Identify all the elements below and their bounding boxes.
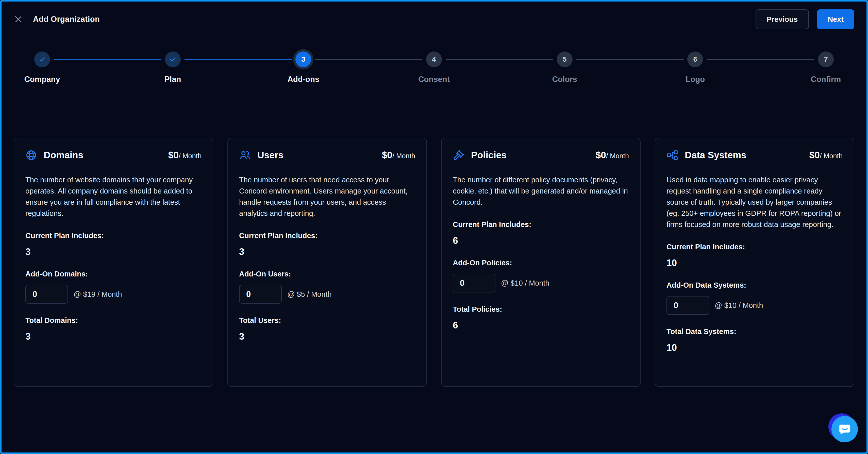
step-circle: 4	[426, 52, 442, 67]
step-connector	[185, 59, 292, 60]
step-label: Colors	[552, 75, 577, 84]
current-plan-label: Current Plan Includes:	[239, 232, 415, 240]
step-circle: 6	[687, 52, 703, 67]
current-plan-value: 10	[666, 258, 843, 268]
step-number: 5	[563, 55, 567, 63]
price-amount: $0	[382, 150, 392, 161]
card-title: Data Systems	[685, 150, 746, 161]
price-suffix: / Month	[820, 152, 843, 160]
addon-label: Add-On Data Systems:	[666, 281, 843, 289]
step-connector	[577, 59, 684, 60]
addon-policies-input[interactable]	[453, 274, 495, 292]
addon-rate: @ $5 / Month	[287, 290, 332, 298]
domains-card: Domains $0 / Month The number of website…	[14, 138, 213, 387]
price-amount: $0	[168, 150, 179, 161]
add-organization-modal: Add Organization Previous Next Company	[0, 0, 868, 454]
total-value: 6	[453, 320, 629, 331]
price-amount: $0	[596, 150, 606, 161]
card-price: $0 / Month	[809, 150, 843, 161]
step-connector	[446, 59, 553, 60]
current-plan-label: Current Plan Includes:	[453, 220, 629, 229]
step-number: 4	[432, 55, 436, 63]
addon-users-input[interactable]	[239, 285, 282, 303]
total-label: Total Users:	[239, 316, 415, 325]
step-number: 3	[302, 55, 306, 63]
step-circle	[165, 52, 181, 67]
header-actions: Previous Next	[755, 9, 854, 29]
step-circle: 5	[557, 52, 572, 67]
card-description: The number of users that need access to …	[239, 174, 415, 219]
total-value: 3	[239, 331, 415, 342]
addon-rate: @ $10 / Month	[715, 301, 763, 310]
data-systems-card: Data Systems $0 / Month Used in data map…	[655, 138, 854, 387]
check-icon	[169, 55, 177, 63]
price-suffix: / Month	[179, 152, 202, 160]
step-connector	[54, 59, 161, 60]
data-systems-icon	[666, 150, 678, 161]
step-company[interactable]: Company	[9, 52, 75, 84]
addon-data-systems-input[interactable]	[666, 296, 709, 315]
price-suffix: / Month	[392, 152, 415, 160]
previous-button[interactable]: Previous	[755, 9, 809, 29]
card-description: Used in data mapping to enable easier pr…	[666, 174, 843, 230]
gavel-icon	[453, 150, 464, 161]
addon-label: Add-On Policies:	[453, 259, 629, 267]
current-plan-value: 3	[25, 247, 202, 257]
step-consent[interactable]: 4 Consent	[401, 52, 467, 84]
step-colors[interactable]: 5 Colors	[532, 52, 598, 84]
addon-rate: @ $10 / Month	[501, 279, 550, 287]
total-label: Total Data Systems:	[666, 327, 843, 336]
step-add-ons[interactable]: 3 Add-ons	[270, 52, 336, 84]
step-circle	[34, 52, 50, 67]
price-amount: $0	[809, 150, 820, 161]
modal-header: Add Organization Previous Next	[2, 2, 866, 37]
step-number: 6	[693, 55, 697, 63]
addon-label: Add-On Users:	[239, 270, 415, 278]
step-logo[interactable]: 6 Logo	[662, 52, 728, 84]
card-price: $0 / Month	[382, 150, 415, 161]
policies-card: Policies $0 / Month The number of differ…	[441, 138, 641, 387]
step-circle: 3	[296, 52, 311, 67]
total-value: 10	[666, 343, 843, 353]
card-price: $0 / Month	[596, 150, 629, 161]
modal-title: Add Organization	[33, 15, 100, 24]
chat-bubble-icon	[832, 416, 858, 442]
addon-domains-input[interactable]	[25, 285, 68, 303]
step-label: Plan	[164, 75, 181, 84]
chat-launcher-button[interactable]	[832, 416, 858, 442]
step-connector	[315, 59, 422, 60]
step-number: 7	[824, 55, 828, 63]
addon-label: Add-On Domains:	[25, 270, 202, 278]
check-icon	[38, 55, 46, 63]
total-label: Total Domains:	[25, 316, 202, 325]
step-connector	[707, 59, 814, 60]
step-label: Confirm	[811, 75, 841, 84]
card-title: Domains	[44, 150, 83, 161]
current-plan-value: 3	[239, 247, 415, 257]
card-title: Users	[257, 150, 283, 161]
close-icon	[14, 15, 23, 24]
card-price: $0 / Month	[168, 150, 202, 161]
step-confirm[interactable]: 7 Confirm	[793, 52, 859, 84]
users-icon	[239, 150, 251, 161]
step-label: Logo	[685, 75, 705, 84]
step-label: Consent	[418, 75, 450, 84]
total-label: Total Policies:	[453, 305, 629, 314]
wizard-stepper: Company Plan 3 Add-ons 4 Consent	[2, 37, 866, 100]
card-description: The number of different policy documents…	[453, 174, 629, 208]
globe-icon	[25, 150, 37, 161]
next-button[interactable]: Next	[817, 9, 854, 29]
current-plan-label: Current Plan Includes:	[25, 232, 202, 240]
step-label: Company	[24, 75, 60, 84]
close-button[interactable]	[14, 15, 23, 24]
card-title: Policies	[471, 150, 506, 161]
current-plan-value: 6	[453, 235, 629, 246]
addons-card-grid: Domains $0 / Month The number of website…	[2, 138, 866, 387]
step-plan[interactable]: Plan	[140, 52, 206, 84]
step-circle: 7	[818, 52, 834, 67]
price-suffix: / Month	[606, 152, 629, 160]
current-plan-label: Current Plan Includes:	[666, 243, 843, 251]
card-description: The number of website domains that your …	[25, 174, 202, 219]
step-label: Add-ons	[287, 75, 319, 84]
total-value: 3	[25, 331, 202, 342]
